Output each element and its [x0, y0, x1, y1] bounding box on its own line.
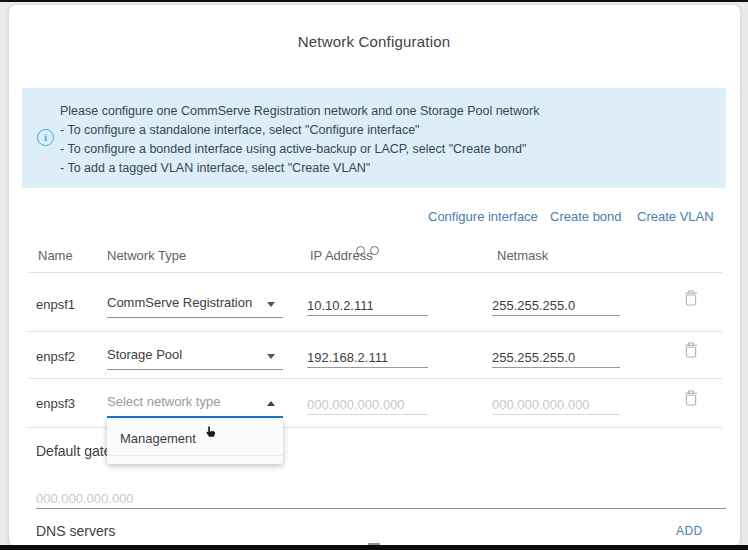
info-line: - To add a tagged VLAN interface, select… — [60, 159, 710, 178]
row-divider — [28, 331, 722, 332]
trash-icon — [683, 289, 699, 307]
dropdown-option-management[interactable]: Management — [120, 431, 196, 446]
dns-servers-label: DNS servers — [36, 523, 115, 539]
delete-row-button[interactable] — [683, 289, 699, 307]
network-type-selected-value: Storage Pool — [107, 347, 182, 362]
network-type-placeholder: Select network type — [107, 394, 220, 409]
netmask-input[interactable] — [492, 293, 620, 316]
page-title: Network Configuration — [0, 33, 748, 50]
header-divider — [28, 272, 722, 273]
info-icon: i — [37, 129, 54, 146]
trash-icon — [683, 341, 699, 359]
delete-row-button[interactable] — [683, 389, 699, 407]
scrubber-dash — [368, 543, 380, 545]
configure-interface-link[interactable]: Configure interface — [428, 209, 538, 224]
network-configuration-screen: Network Configuration i Please configure… — [0, 0, 748, 550]
row-divider — [28, 378, 722, 379]
netmask-field-wrap — [492, 293, 620, 317]
dialog-card — [8, 4, 741, 547]
netmask-input[interactable] — [492, 345, 620, 368]
ip-address-field-wrap — [307, 345, 428, 369]
ip-address-radio-1[interactable] — [356, 246, 365, 255]
network-type-select-open[interactable]: Select network type — [107, 392, 283, 418]
delete-row-button[interactable] — [683, 341, 699, 359]
dns-add-button[interactable]: ADD — [676, 524, 703, 538]
mouse-cursor-icon — [204, 426, 217, 440]
menu-divider — [107, 455, 283, 456]
bottom-letterbox-bar — [0, 545, 748, 550]
info-line: - To configure a standalone interface, s… — [60, 121, 710, 140]
info-line: - To configure a bonded interface using … — [60, 140, 710, 159]
network-type-select[interactable]: Storage Pool — [107, 345, 283, 370]
chevron-down-icon — [267, 302, 275, 307]
top-letterbox-bar — [0, 0, 748, 2]
netmask-field-wrap — [492, 392, 620, 416]
info-line: Please configure one CommServe Registrat… — [60, 102, 710, 121]
default-gateway-field-wrap — [36, 486, 726, 510]
netmask-field-wrap — [492, 345, 620, 369]
chevron-up-icon — [267, 401, 275, 406]
default-gateway-input[interactable] — [36, 486, 726, 509]
ip-address-radio-2[interactable] — [370, 246, 379, 255]
ip-address-field-wrap — [307, 293, 428, 317]
netmask-input[interactable] — [492, 392, 620, 415]
network-type-selected-value: CommServe Registration — [107, 295, 252, 310]
column-header-network-type: Network Type — [107, 248, 186, 263]
trash-icon — [683, 389, 699, 407]
chevron-down-icon — [267, 354, 275, 359]
interface-name: enpsf1 — [36, 297, 75, 312]
column-header-netmask: Netmask — [497, 248, 548, 263]
create-bond-link[interactable]: Create bond — [550, 209, 622, 224]
create-vlan-link[interactable]: Create VLAN — [637, 209, 714, 224]
interface-name: enpsf3 — [36, 396, 75, 411]
ip-address-field-wrap — [307, 392, 428, 416]
column-header-name: Name — [38, 248, 73, 263]
ip-address-input[interactable] — [307, 293, 428, 316]
network-type-dropdown-menu: Management — [107, 419, 283, 464]
interface-name: enpsf2 — [36, 349, 75, 364]
ip-address-input[interactable] — [307, 345, 428, 368]
info-banner-text: Please configure one CommServe Registrat… — [60, 102, 710, 178]
network-type-select[interactable]: CommServe Registration — [107, 293, 283, 318]
ip-address-input[interactable] — [307, 392, 428, 415]
